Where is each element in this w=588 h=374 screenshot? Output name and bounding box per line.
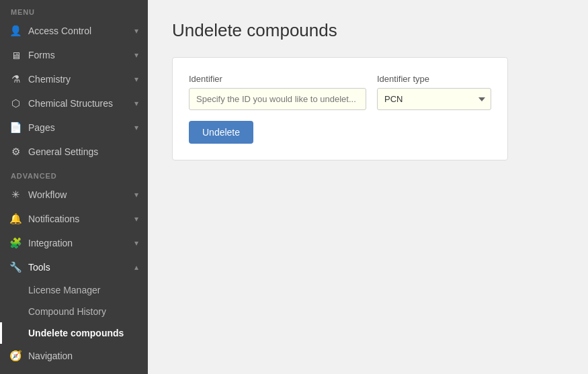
sidebar-label-access-control: Access Control [28, 26, 91, 36]
form-row: Identifier Identifier type PCN CAS InChI… [189, 74, 491, 110]
chevron-down-icon: ▾ [134, 26, 138, 36]
identifier-type-select[interactable]: PCN CAS InChI SMILES [377, 88, 491, 110]
sidebar: MENU 👤 Access Control ▾ 🖥 Forms ▾ ⚗ Chem… [0, 0, 148, 374]
sidebar-label-workflow: Workflow [28, 189, 67, 200]
sidebar-item-tools[interactable]: 🔧 Tools ▴ [0, 255, 148, 279]
pages-icon: 📄 [9, 122, 22, 134]
sidebar-label-forms: Forms [28, 50, 55, 60]
sidebar-item-notifications[interactable]: 🔔 Notifications ▾ [0, 207, 148, 231]
identifier-type-group: Identifier type PCN CAS InChI SMILES [377, 74, 491, 110]
chevron-down-icon: ▾ [134, 75, 138, 84]
chevron-up-icon: ▴ [134, 263, 138, 272]
navigation-icon: 🧭 [9, 350, 22, 362]
undelete-button[interactable]: Undelete [189, 121, 253, 144]
sidebar-item-workflow[interactable]: ✳ Workflow ▾ [0, 183, 148, 207]
sidebar-label-navigation: Navigation [28, 350, 73, 361]
advanced-section-label: ADVANCED [0, 164, 148, 183]
sidebar-label-general-settings: General Settings [28, 146, 98, 157]
chevron-down-icon: ▾ [134, 214, 138, 224]
chemistry-icon: ⚗ [9, 73, 22, 85]
sidebar-label-tools: Tools [28, 262, 50, 273]
workflow-icon: ✳ [9, 189, 22, 201]
sidebar-item-access-control[interactable]: 👤 Access Control ▾ [0, 19, 148, 43]
main-content: Undelete compounds Identifier Identifier… [148, 0, 588, 374]
general-settings-icon: ⚙ [9, 146, 22, 158]
identifier-label: Identifier [189, 74, 366, 84]
sidebar-label-integration: Integration [28, 238, 73, 248]
undelete-form-card: Identifier Identifier type PCN CAS InChI… [172, 57, 508, 160]
menu-section-label: MENU [0, 0, 148, 19]
identifier-input[interactable] [189, 88, 366, 110]
integration-icon: 🧩 [9, 237, 22, 249]
sidebar-label-chemistry: Chemistry [28, 74, 71, 85]
chevron-down-icon: ▾ [134, 238, 138, 248]
sidebar-label-pages: Pages [28, 122, 55, 133]
sidebar-subitem-license-manager[interactable]: License Manager [0, 279, 148, 301]
access-control-icon: 👤 [9, 25, 22, 37]
identifier-type-label: Identifier type [377, 74, 491, 84]
chevron-down-icon: ▾ [134, 99, 138, 108]
chevron-down-icon: ▾ [134, 123, 138, 132]
sidebar-subitem-label-compound-history: Compound History [28, 306, 106, 317]
identifier-group: Identifier [189, 74, 366, 110]
forms-icon: 🖥 [9, 49, 22, 61]
sidebar-subitem-label-license-manager: License Manager [28, 285, 100, 295]
sidebar-label-notifications: Notifications [28, 214, 79, 224]
tools-icon: 🔧 [9, 261, 22, 273]
sidebar-item-general-settings[interactable]: ⚙ General Settings [0, 140, 148, 164]
notifications-icon: 🔔 [9, 213, 22, 225]
sidebar-subitem-undelete-compounds[interactable]: Undelete compounds [0, 322, 148, 344]
sidebar-item-forms[interactable]: 🖥 Forms ▾ [0, 43, 148, 67]
chevron-down-icon: ▾ [134, 50, 138, 60]
chemical-structures-icon: ⬡ [9, 97, 22, 109]
sidebar-item-chemistry[interactable]: ⚗ Chemistry ▾ [0, 67, 148, 91]
sidebar-subitem-compound-history[interactable]: Compound History [0, 301, 148, 322]
chevron-down-icon: ▾ [134, 190, 138, 199]
sidebar-label-chemical-structures: Chemical Structures [28, 98, 113, 109]
sidebar-subitem-label-undelete-compounds: Undelete compounds [28, 328, 124, 338]
sidebar-item-pages[interactable]: 📄 Pages ▾ [0, 115, 148, 140]
sidebar-item-integration[interactable]: 🧩 Integration ▾ [0, 231, 148, 255]
page-title: Undelete compounds [172, 20, 564, 41]
sidebar-item-chemical-structures[interactable]: ⬡ Chemical Structures ▾ [0, 91, 148, 115]
sidebar-item-navigation[interactable]: 🧭 Navigation [0, 344, 148, 368]
